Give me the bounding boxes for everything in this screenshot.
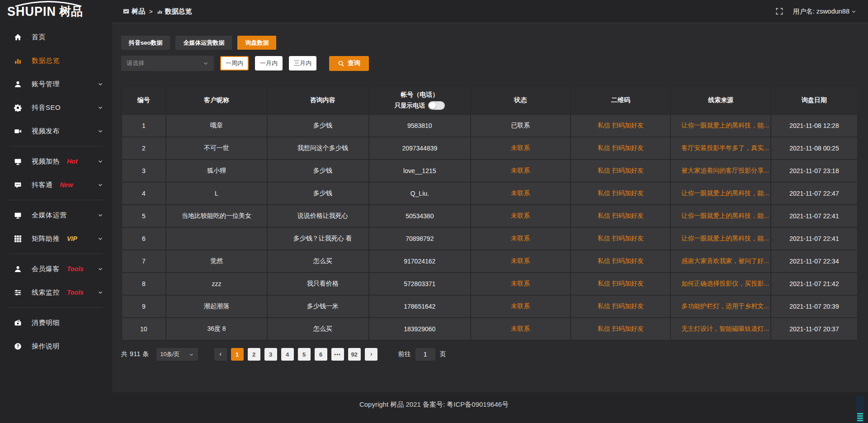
lead-source-link[interactable]: 让你一眼就爱上的黑科技，能... bbox=[681, 122, 769, 129]
search-button[interactable]: 查询 bbox=[329, 56, 369, 71]
sidebar-item-matrix-boost[interactable]: 矩阵助推 VIP bbox=[0, 227, 112, 250]
next-page-button[interactable] bbox=[365, 348, 377, 361]
qr-action-link[interactable]: 私信 扫码加好友 bbox=[598, 212, 644, 219]
cell-account: 917024162 bbox=[369, 250, 471, 273]
cell-no: 4 bbox=[122, 182, 166, 205]
sidebar-item-label: 抖音SEO bbox=[32, 103, 61, 112]
chevron-down-icon bbox=[98, 266, 103, 272]
lead-source-link[interactable]: 让你一眼就爱上的黑科技，能... bbox=[681, 212, 769, 219]
sidebar-item-label: 操作说明 bbox=[32, 342, 60, 351]
phone-only-toggle[interactable] bbox=[428, 101, 445, 110]
cell-account: 178651642 bbox=[369, 295, 471, 318]
qr-action-link[interactable]: 私信 扫码加好友 bbox=[598, 144, 644, 151]
page-size-select[interactable]: 10条/页 bbox=[156, 348, 198, 361]
lead-source-link[interactable]: 无主灯设计，智能磁吸轨道灯... bbox=[681, 325, 769, 332]
prev-page-button[interactable] bbox=[214, 348, 227, 361]
lead-source-link[interactable]: 让你一眼就爱上的黑科技，能... bbox=[681, 189, 769, 197]
page-button-5[interactable]: 5 bbox=[298, 348, 311, 361]
help-icon: ? bbox=[14, 343, 22, 350]
breadcrumb-home[interactable]: 树品 bbox=[123, 7, 145, 16]
monitor-icon bbox=[14, 158, 22, 165]
qr-action-link[interactable]: 私信 扫码加好友 bbox=[598, 302, 644, 310]
sidebar-item-instructions[interactable]: ? 操作说明 bbox=[0, 334, 112, 358]
sidebar-item-douyin-seo[interactable]: 抖音SEO bbox=[0, 96, 112, 119]
lead-source-link[interactable]: 被大家追着问的客厅投影分享... bbox=[681, 167, 769, 174]
sidebar-item-member-burst[interactable]: 会员爆客 Tools bbox=[0, 257, 112, 281]
user-menu[interactable]: 用户名: zswodun88 bbox=[793, 7, 856, 16]
page-button-6[interactable]: 6 bbox=[315, 348, 327, 361]
sidebar-item-lead-monitor[interactable]: 线索监控 Tools bbox=[0, 281, 112, 304]
page-button-4[interactable]: 4 bbox=[281, 348, 294, 361]
sidebar-item-label: 数据总览 bbox=[32, 56, 60, 65]
qr-action-link[interactable]: 私信 扫码加好友 bbox=[598, 167, 644, 174]
lead-source-link[interactable]: 客厅安装投影半年多了，真实... bbox=[681, 144, 769, 151]
qr-action-link[interactable]: 私信 扫码加好友 bbox=[598, 257, 644, 264]
tab-douyin-seo-data[interactable]: 抖音seo数据 bbox=[121, 36, 170, 50]
tab-inquiry-data[interactable]: 询盘数据 bbox=[237, 36, 276, 50]
inquiry-table: 编号 客户昵称 咨询内容 帐号（电话） 只显示电话 状态 二维码 线索来源 询盘… bbox=[121, 86, 858, 341]
status-badge: 未联系 bbox=[511, 212, 530, 219]
table-row: 2 不可一世 我想问这个多少钱 2097344839 未联系 私信 扫码加好友 … bbox=[122, 137, 858, 160]
cell-date: 2021-11-07 23:18 bbox=[771, 160, 858, 182]
sidebar-item-account-management[interactable]: 账号管理 bbox=[0, 72, 112, 96]
range-month-button[interactable]: 一月内 bbox=[255, 56, 283, 70]
hot-badge: Hot bbox=[67, 158, 77, 165]
status-badge: 未联系 bbox=[511, 325, 530, 332]
sidebar-item-video-publish[interactable]: 视频发布 bbox=[0, 119, 112, 143]
chevron-left-icon bbox=[218, 352, 223, 357]
lead-source-link[interactable]: 如何正确选择投影仪，买投影... bbox=[681, 280, 769, 287]
lead-source-link[interactable]: 感谢大家喜欢我家，被问了好... bbox=[681, 257, 769, 264]
cell-no: 9 bbox=[122, 295, 166, 318]
qr-action-link[interactable]: 私信 扫码加好友 bbox=[598, 325, 644, 332]
sidebar-item-home[interactable]: 首页 bbox=[0, 25, 112, 49]
breadcrumb: 树品 > 数据总览 bbox=[123, 7, 192, 16]
lead-source-link[interactable]: 多功能护栏灯，适用于乡村文... bbox=[681, 302, 769, 310]
cell-account: 70898792 bbox=[369, 227, 471, 250]
grid-icon bbox=[14, 235, 22, 243]
sidebar-divider bbox=[9, 200, 103, 200]
sidebar-divider bbox=[9, 146, 103, 146]
page-button-3[interactable]: 3 bbox=[264, 348, 277, 361]
tools-badge: Tools bbox=[67, 265, 84, 273]
chevron-down-icon bbox=[203, 61, 208, 66]
cell-content: 怎么买 bbox=[267, 250, 369, 273]
cell-account: love__1215 bbox=[369, 160, 471, 182]
pagination-bar: 共 911 条 10条/页 1 2 3 4 5 6 ••• 92 前往 页 bbox=[121, 348, 858, 361]
breadcrumb-current[interactable]: 数据总览 bbox=[157, 7, 192, 16]
search-button-label: 查询 bbox=[348, 59, 360, 67]
sidebar-item-doukeTong[interactable]: 抖客通 New bbox=[0, 173, 112, 197]
qr-action-link[interactable]: 私信 扫码加好友 bbox=[598, 280, 644, 287]
sidebar-item-expense-detail[interactable]: 消费明细 bbox=[0, 311, 112, 334]
sliders-icon bbox=[14, 289, 22, 296]
page-ellipsis-button[interactable]: ••• bbox=[331, 348, 344, 361]
sidebar-item-video-heating[interactable]: 视频加热 Hot bbox=[0, 150, 112, 173]
total-count: 共 911 条 bbox=[121, 350, 149, 358]
qr-action-link[interactable]: 私信 扫码加好友 bbox=[598, 189, 644, 197]
lead-source-link[interactable]: 让你一眼就爱上的黑科技，能... bbox=[681, 235, 769, 242]
topbar-divider bbox=[112, 23, 868, 23]
app-logo[interactable]: SHUPIN 树品 bbox=[7, 4, 83, 19]
sidebar-item-data-overview[interactable]: 数据总览 bbox=[0, 49, 112, 72]
page-button-92[interactable]: 92 bbox=[348, 348, 361, 361]
qr-action-link[interactable]: 私信 扫码加好友 bbox=[598, 235, 644, 242]
range-week-button[interactable]: 一周内 bbox=[220, 56, 249, 70]
cell-content: 多少钱？让我死心 看 bbox=[267, 227, 369, 250]
page-button-2[interactable]: 2 bbox=[248, 348, 260, 361]
fullscreen-icon[interactable] bbox=[776, 8, 783, 15]
page-button-1[interactable]: 1 bbox=[231, 348, 244, 361]
topbar-right: 用户名: zswodun88 bbox=[776, 7, 868, 16]
qr-action-link[interactable]: 私信 扫码加好友 bbox=[598, 122, 644, 129]
logo-text-en: SHUPIN bbox=[7, 4, 56, 19]
cell-nickname: L bbox=[166, 182, 268, 205]
status-badge: 未联系 bbox=[511, 280, 530, 287]
range-quarter-button[interactable]: 三月内 bbox=[289, 56, 316, 70]
filter-row: 请选择 一周内 一月内 三月内 查询 bbox=[121, 56, 858, 71]
cell-account: 572803371 bbox=[369, 273, 471, 295]
status-badge: 未联系 bbox=[511, 189, 530, 197]
sidebar-item-omni-media[interactable]: 全媒体运营 bbox=[0, 203, 112, 227]
account-select[interactable]: 请选择 bbox=[121, 56, 214, 71]
table-row: 4 L 多少钱 Q_Liu. 未联系 私信 扫码加好友 让你一眼就爱上的黑科技，… bbox=[122, 182, 858, 205]
tab-omni-media-data[interactable]: 全媒体运营数据 bbox=[175, 36, 232, 50]
goto-page-input[interactable] bbox=[415, 348, 435, 361]
screen-icon bbox=[14, 212, 22, 219]
